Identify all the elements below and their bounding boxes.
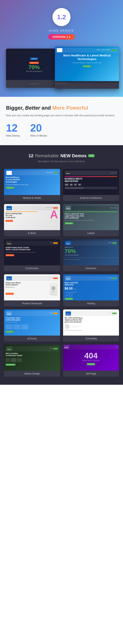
interior-btn[interactable]: View Portfolio	[5, 364, 15, 366]
lawyer-nav: PERGO.	[65, 206, 118, 210]
demo-card-event[interactable]: PERGO. BUSINESS MEETSINNOVATIONS 415 08 …	[63, 169, 119, 201]
monitors-container: PERGO. SAVE UP TO 70% ON LIFE INSURANCE …	[4, 46, 119, 91]
hosting-btn[interactable]: Get Started	[65, 298, 73, 300]
ecourse-title: Frustrated? StartOnline Education	[5, 317, 58, 321]
hosting-title: BEST HOSTINGSERVICES	[65, 282, 118, 286]
medical-nav: PERGO.	[5, 170, 58, 175]
event-title: BUSINESS MEETSINNOVATIONS	[65, 178, 118, 182]
lawyer-nav-logo: PERGO.	[66, 208, 70, 209]
ecourse-btn[interactable]: Enroll Now	[5, 331, 14, 333]
demo-card-ebook[interactable]: PERGO. Best Landing Pagefor yourGreat Bo…	[4, 204, 60, 236]
front-nav-logo: PERGO.	[58, 50, 61, 52]
construction-btn[interactable]: Learn More	[5, 254, 14, 256]
medical-btn[interactable]: Learn More	[5, 187, 14, 189]
stat-demos-number: 12	[6, 123, 20, 133]
demos-header: 12 Remarkable NEW Demos v1.2 We added +1…	[4, 153, 119, 163]
event-about: About the Pergo Conference 2016	[65, 187, 118, 189]
consulting-title: We craft marketing &digital products tha…	[65, 317, 118, 323]
demo-card-lawyer[interactable]: PERGO. Find a Lawyer for YourLegal Issue…	[63, 204, 119, 236]
demos-count: 12	[28, 153, 33, 158]
demo-thumb-ebook: PERGO. Best Landing Pagefor yourGreat Bo…	[4, 204, 60, 230]
demo-thumb-event: PERGO. BUSINESS MEETSINNOVATIONS 415 08 …	[63, 169, 119, 195]
demo-card-insurance[interactable]: PERGO. SAVE UP TO 70% ON LIFE INSURANCE …	[63, 239, 119, 271]
event-nav-logo: PERGO.	[66, 173, 70, 174]
event-num-3: 27	[74, 184, 77, 186]
hosting-feature3: ✓ 24/7 Support	[65, 295, 118, 296]
consulting-label: Consulting	[63, 336, 119, 342]
ecourse-nav: PERGO.	[5, 311, 58, 316]
product-btn[interactable]: Shop Now	[5, 293, 14, 295]
demo-thumb-construction: PERGO. EVERYTHING MUST STARTWITH A SOLID…	[4, 239, 60, 265]
stat-ui-blocks: 20 New UI Blocks	[30, 123, 47, 137]
insurance-label: Insurance	[63, 265, 119, 271]
insurance-big-percent: 70%	[65, 248, 118, 254]
hosting-label: Hosting	[63, 300, 119, 306]
ebook-btn[interactable]: Buy Now	[5, 220, 13, 222]
version-number: 1.2	[57, 14, 66, 21]
demo-card-medical[interactable]: PERGO. Best Healthcare& Latest MedicalTe…	[4, 169, 60, 201]
demo-card-interior[interactable]: PERGO. We're CreativeArchitecture Studio…	[4, 344, 60, 377]
404-btn[interactable]: Go Home	[87, 363, 95, 365]
monitor-back-stand	[6, 80, 62, 88]
huge-update-label: HUGE UPDATE	[4, 29, 119, 32]
consulting-approach: Professional Business Approach	[65, 330, 118, 331]
demos-grid: PERGO. Best Healthcare& Latest MedicalTe…	[4, 169, 119, 377]
demo-card-consulting[interactable]: PERGO. We craft marketing &digital produ…	[63, 310, 119, 342]
lawyer-btn[interactable]: Get Started	[65, 222, 73, 224]
construction-title: EVERYTHING MUST STARTWITH A SOLID FOUNDA…	[5, 246, 58, 250]
interior-nav-logo: PERGO.	[7, 349, 11, 350]
product-nav-logo: PERGO.	[7, 278, 11, 280]
demo-thumb-product: PERGO. Enjoy your dancemusic indoors Bri…	[4, 274, 60, 300]
hero-section: 1.2 HUGE UPDATE VERSION 1.2 PERGO. SAVE …	[0, 0, 123, 97]
ebook-letter: A	[50, 209, 58, 220]
insurance-sub: ON LIFE INSURANCE	[65, 254, 118, 256]
monitor-back-content: PERGO. SAVE UP TO 70% ON LIFE INSURANCE	[24, 55, 44, 74]
demos-title: 12 Remarkable NEW Demos v1.2	[4, 153, 119, 158]
monitor-back: PERGO. SAVE UP TO 70% ON LIFE INSURANCE	[6, 48, 62, 88]
consulting-nav: PERGO.	[65, 311, 118, 316]
stat-demos-label: New Demos	[6, 134, 20, 137]
demo-card-404[interactable]: PERGO. 404 PAGE NOT FOUND Go Home 404 Pa…	[63, 344, 119, 377]
demo-card-hosting[interactable]: PERGO. BEST HOSTINGSERVICES $6.50 /mo ✓ …	[63, 274, 119, 306]
insurance-nav-logo: PERGO.	[66, 243, 70, 244]
interior-nav: PERGO.	[5, 346, 58, 352]
demo-thumb-consulting: PERGO. We craft marketing &digital produ…	[63, 310, 119, 336]
construction-nav: PERGO.	[5, 241, 58, 246]
front-cta-button[interactable]: Learn More	[83, 65, 91, 67]
bigger-section: Bigger, Better and More Powerful Now you…	[0, 97, 123, 145]
front-hero-title: Best Healthcare & Latest Medical Technol…	[56, 54, 118, 61]
demo-card-construction[interactable]: PERGO. EVERYTHING MUST STARTWITH A SOLID…	[4, 239, 60, 271]
event-label: Event & Conference	[63, 195, 119, 201]
event-num-1: 415	[65, 184, 69, 186]
lawyer-title: Find a Lawyer for YourLegal Issue. Fast,…	[65, 213, 118, 219]
front-nav-bar: PERGO.	[56, 48, 118, 52]
bigger-bold: Bigger, Better	[6, 105, 40, 111]
version-circle: 1.2	[52, 8, 71, 26]
save-up-to-label: SAVE UP TO	[29, 62, 39, 64]
new-demos-text: NEW Demos	[60, 153, 87, 158]
demo-card-product[interactable]: PERGO. Enjoy your dancemusic indoors Bri…	[4, 274, 60, 306]
construction-sub: we specializing in commercial and govern…	[5, 252, 58, 253]
event-numbers: 415 08 27 43	[65, 184, 118, 186]
stat-new-demos: 12 New Demos	[6, 123, 20, 137]
ebook-label: E-Book	[4, 230, 60, 236]
lawyer-label: Lawyer	[63, 230, 119, 236]
404-nav-logo: PERGO.	[65, 347, 69, 348]
version-badge: VERSION 1.2	[48, 34, 75, 40]
event-nav: PERGO.	[65, 170, 118, 175]
demos-section: 12 Remarkable NEW Demos v1.2 We added +1…	[0, 145, 123, 385]
demo-thumb-ecourse: PERGO. Frustrated? StartOnline Education…	[4, 310, 60, 336]
demo-thumb-hosting: PERGO. BEST HOSTINGSERVICES $6.50 /mo ✓ …	[63, 274, 119, 300]
hosting-per: /mo	[74, 288, 76, 290]
lawyer-accent	[65, 212, 118, 212]
on-life-insurance: ON LIFE INSURANCE	[26, 70, 42, 72]
demo-card-ecourse[interactable]: PERGO. Frustrated? StartOnline Education…	[4, 310, 60, 342]
product-nav: PERGO.	[5, 276, 58, 281]
insurance-nav: PERGO.	[65, 241, 118, 246]
bigger-and: and	[42, 105, 52, 111]
ecourse-sub: Our Featured Courses	[5, 322, 58, 323]
bigger-title: Bigger, Better and More Powerful	[6, 105, 117, 111]
monitor-back-screen: PERGO. SAVE UP TO 70% ON LIFE INSURANCE	[6, 48, 62, 80]
construction-nav-logo: PERGO.	[7, 243, 11, 244]
save-up-badge: SAVE UP TO	[65, 246, 118, 248]
